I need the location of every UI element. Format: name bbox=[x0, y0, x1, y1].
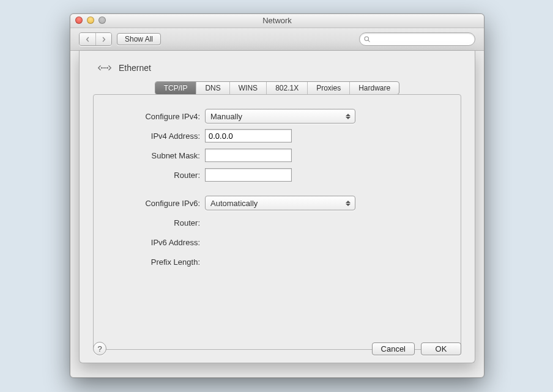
chevron-left-icon bbox=[85, 37, 91, 42]
sheet-title: Ethernet bbox=[119, 63, 151, 73]
search-field[interactable] bbox=[359, 32, 475, 46]
tcpip-panel: Configure IPv4: Manually IPv4 Address: S… bbox=[93, 94, 461, 350]
minimize-icon[interactable] bbox=[87, 17, 94, 24]
window-title: Network bbox=[262, 16, 292, 25]
sheet-heading: Ethernet bbox=[97, 62, 461, 74]
subnet-mask-input[interactable] bbox=[205, 149, 292, 162]
ethernet-icon bbox=[97, 62, 113, 74]
back-button[interactable] bbox=[80, 33, 95, 45]
ipv4-address-label: IPv4 Address: bbox=[108, 131, 205, 141]
tab-hardware[interactable]: Hardware bbox=[349, 82, 399, 94]
svg-line-1 bbox=[368, 40, 370, 42]
toolbar: Show All bbox=[70, 28, 484, 51]
show-all-button[interactable]: Show All bbox=[117, 33, 161, 45]
ipv4-router-label: Router: bbox=[108, 171, 205, 180]
svg-point-3 bbox=[106, 67, 108, 69]
forward-button[interactable] bbox=[95, 33, 111, 45]
tab-8021x[interactable]: 802.1X bbox=[266, 82, 307, 94]
tab-bar: TCP/IP DNS WINS 802.1X Proxies Hardware bbox=[93, 81, 461, 95]
tab-tcpip[interactable]: TCP/IP bbox=[155, 82, 196, 94]
ipv6-address-label: IPv6 Address: bbox=[108, 238, 205, 247]
ipv4-address-input[interactable] bbox=[205, 129, 292, 142]
sheet-footer: ? Cancel OK bbox=[80, 342, 475, 355]
configure-ipv6-label: Configure IPv6: bbox=[108, 199, 205, 208]
settings-sheet: Ethernet TCP/IP DNS WINS 802.1X Proxies … bbox=[79, 51, 475, 363]
configure-ipv4-value: Manually bbox=[210, 112, 242, 121]
ipv6-router-label: Router: bbox=[108, 218, 205, 227]
cancel-button[interactable]: Cancel bbox=[372, 342, 415, 355]
search-input[interactable] bbox=[373, 34, 471, 44]
configure-ipv6-value: Automatically bbox=[210, 199, 258, 208]
configure-ipv4-select[interactable]: Manually bbox=[205, 109, 355, 124]
window-controls bbox=[75, 17, 106, 24]
configure-ipv4-label: Configure IPv4: bbox=[108, 112, 205, 121]
svg-point-0 bbox=[365, 37, 368, 40]
zoom-icon bbox=[98, 17, 106, 24]
close-icon[interactable] bbox=[75, 17, 83, 24]
tab-dns[interactable]: DNS bbox=[196, 82, 229, 94]
tab-wins[interactable]: WINS bbox=[229, 82, 266, 94]
search-icon bbox=[363, 35, 371, 43]
ipv4-router-input[interactable] bbox=[205, 168, 292, 182]
tab-proxies[interactable]: Proxies bbox=[307, 82, 349, 94]
svg-point-2 bbox=[101, 67, 103, 69]
ok-button[interactable]: OK bbox=[421, 342, 461, 355]
updown-icon bbox=[344, 198, 352, 209]
titlebar: Network bbox=[70, 14, 484, 28]
updown-icon bbox=[344, 111, 352, 122]
window: Network Show All Ethernet bbox=[70, 13, 484, 378]
nav-seg bbox=[79, 32, 112, 46]
subnet-mask-label: Subnet Mask: bbox=[108, 151, 205, 160]
help-button[interactable]: ? bbox=[93, 342, 106, 355]
prefix-length-label: Prefix Length: bbox=[108, 257, 205, 267]
configure-ipv6-select[interactable]: Automatically bbox=[205, 196, 355, 210]
chevron-right-icon bbox=[101, 37, 106, 42]
